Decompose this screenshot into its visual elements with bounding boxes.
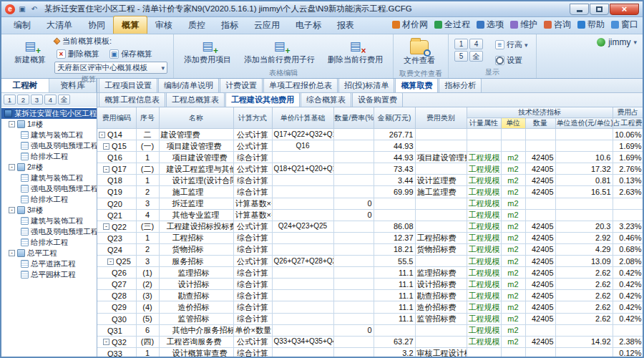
cell-method[interactable]: 计算基数×费率 (233, 198, 272, 209)
cell-amount[interactable] (374, 198, 415, 209)
cell-unit[interactable]: m2 (501, 243, 525, 255)
cell-unit-cost[interactable] (555, 198, 613, 209)
cell-unit-cost[interactable]: 2.62 (555, 290, 613, 301)
file-view-button[interactable]: 文件查看 (399, 36, 439, 68)
cell-base[interactable] (272, 232, 333, 243)
cell-unit[interactable]: m2 (501, 209, 525, 221)
table-row[interactable]: Q231工程招标综合计算12.37工程招标费工程规模m2424052.920.4… (97, 232, 643, 243)
user-menu[interactable]: jimmy ▾ (597, 37, 637, 47)
cell-unit[interactable]: m2 (501, 290, 525, 301)
cell-code[interactable]: -Q22 (97, 221, 136, 232)
table-row[interactable]: Q203拆迁监理计算基数×费率0工程规模m2 (97, 198, 643, 209)
tree-item[interactable]: 强电及弱电预埋工程 (1, 183, 97, 194)
cell-attr[interactable]: 工程规模 (467, 198, 501, 209)
table-row[interactable]: Q30(5)监管招标综合计算11.1监管招标费工程规模m2424052.620.… (97, 313, 643, 324)
subtab-综合概算表[interactable]: 综合概算表 (301, 92, 351, 107)
cell-no[interactable]: 1 (136, 347, 159, 357)
cell-rate[interactable] (333, 175, 374, 186)
cell-attr[interactable]: 工程规模 (467, 290, 501, 301)
cell-no[interactable]: (3) (136, 290, 159, 301)
cell-pct[interactable]: 10.06% (613, 129, 643, 140)
template-dropdown[interactable]: 天府新区评审中心概算模板 ▾ (54, 62, 167, 74)
tree-item[interactable]: 强电及弱电预埋工程 (1, 140, 97, 151)
cell-pct[interactable]: 1.69% (613, 152, 643, 163)
col-header-category[interactable]: 费用类别 (415, 107, 467, 129)
tree-level-button-4[interactable]: 4 (44, 95, 57, 105)
cell-qty[interactable]: 42405 (525, 301, 555, 313)
cell-method[interactable]: 综合计算 (233, 347, 272, 357)
cell-amount[interactable]: 73.43 (374, 163, 415, 175)
button-添加费用项目[interactable]: ▤+添加费用项目 (180, 36, 235, 67)
subtab-概算工程信息表[interactable]: 概算工程信息表 (99, 92, 165, 107)
cell-base[interactable]: Q24+Q23+Q25 (272, 221, 333, 232)
cell-rate[interactable] (333, 243, 374, 255)
cell-method[interactable]: 综合计算 (233, 186, 272, 198)
cell-no[interactable]: (一) (136, 140, 159, 152)
cell-category[interactable]: 设计监理费 (415, 175, 467, 186)
close-button[interactable]: × (610, 4, 639, 15)
undo-quick-icon[interactable]: ↶ (29, 5, 39, 13)
cell-base[interactable]: Q17+Q22+Q32+Q15 (272, 129, 333, 140)
cell-pct[interactable] (613, 198, 643, 209)
cell-no[interactable]: 1 (136, 175, 159, 186)
cell-base[interactable] (272, 324, 333, 336)
cell-rate[interactable] (333, 256, 374, 267)
cell-code[interactable]: Q31 (97, 324, 136, 336)
cell-unit[interactable]: m2 (501, 198, 525, 209)
cell-attr[interactable] (467, 129, 501, 140)
expand-icon[interactable]: - (103, 339, 109, 345)
col-header-unit[interactable]: 单位 (501, 118, 525, 129)
cell-name[interactable]: 项目建设管理费 (159, 152, 233, 163)
cell-category[interactable] (415, 324, 467, 336)
cell-no[interactable]: (2) (136, 279, 159, 290)
cell-method[interactable]: 单价×数量 (233, 324, 272, 336)
table-row[interactable]: Q161项目建设管理费综合计算44.93项目建设管理费工程规模m24240510… (97, 152, 643, 163)
subtab-设备购置费[interactable]: 设备购置费 (352, 92, 403, 107)
cell-no[interactable]: 4 (136, 209, 159, 221)
ribbon-tab-指标[interactable]: 指标 (213, 16, 246, 34)
table-row[interactable]: -Q15(一)项目建设管理费公式计算Q1644.931.69% (97, 140, 643, 152)
table-row[interactable]: Q331设计概算审查费综合计算3.2审核工程设计概算0.12% (97, 347, 643, 357)
cell-rate[interactable]: 0 (333, 324, 374, 336)
cell-code[interactable]: Q28 (97, 290, 136, 301)
tree-group[interactable]: -3#楼 (1, 205, 97, 216)
cell-name[interactable]: 设计概算审查费 (159, 347, 233, 357)
level-button-4[interactable]: 4 (469, 39, 483, 49)
cell-name[interactable]: 设计招标 (159, 279, 233, 290)
cell-category[interactable]: 货物招标费 (415, 243, 467, 255)
tree-level-button-全[interactable]: 全 (58, 95, 70, 105)
ribbon-tab-电子标[interactable]: 电子标 (288, 16, 329, 34)
cell-name[interactable]: 服务招标 (159, 256, 233, 267)
cell-category[interactable]: 造价招标费 (415, 301, 467, 313)
cell-unit[interactable]: m2 (501, 163, 525, 175)
cell-attr[interactable] (467, 347, 501, 357)
cell-method[interactable]: 综合计算 (233, 243, 272, 255)
cell-attr[interactable]: 工程规模 (467, 243, 501, 255)
cell-amount[interactable]: 44.93 (374, 152, 415, 163)
cell-unit[interactable] (501, 140, 525, 152)
cell-base[interactable] (272, 243, 333, 255)
cell-base[interactable]: Q16 (272, 140, 333, 152)
cell-amount[interactable]: 44.93 (374, 140, 415, 152)
tree-item[interactable]: 建筑与装饰工程 (1, 216, 97, 226)
cell-pct[interactable]: 0.12% (613, 347, 643, 357)
cell-attr[interactable]: 工程规模 (467, 279, 501, 290)
cell-no[interactable]: (四) (136, 336, 159, 347)
cell-pct[interactable]: 2.63% (613, 186, 643, 198)
cell-qty[interactable]: 42405 (525, 243, 555, 255)
cell-code[interactable]: -Q15 (97, 140, 136, 152)
cell-name[interactable]: 其他专业监理 (159, 209, 233, 221)
menu-item-维护[interactable]: 维护 (510, 19, 537, 31)
cell-rate[interactable] (333, 290, 374, 301)
ribbon-tab-概算[interactable]: 概算 (113, 16, 147, 34)
cell-unit[interactable]: m2 (501, 152, 525, 163)
cell-unit-cost[interactable]: 17.32 (555, 163, 613, 175)
col-header-pct[interactable]: 占工程费 (613, 118, 643, 129)
cell-name[interactable]: 监理招标 (159, 267, 233, 279)
cell-unit[interactable]: m2 (501, 186, 525, 198)
cell-pct[interactable] (613, 324, 643, 336)
cell-rate[interactable] (333, 279, 374, 290)
minimize-button[interactable] (570, 4, 589, 15)
cell-base[interactable] (272, 198, 333, 209)
cell-category[interactable] (415, 140, 467, 152)
